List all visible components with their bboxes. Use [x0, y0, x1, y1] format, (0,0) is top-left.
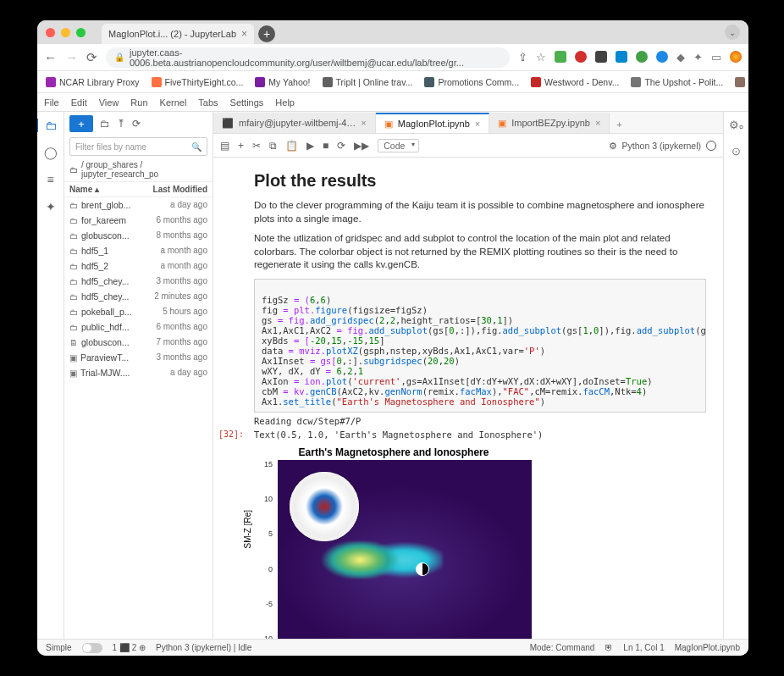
breadcrumb[interactable]: 🗀 / group_shares / jupyter_research_po	[64, 158, 213, 182]
markdown-text: Do to the clever programming of the Kaij…	[254, 199, 706, 225]
extensions-icon[interactable]: ✦	[46, 200, 56, 213]
status-kernel[interactable]: Python 3 (ipykernel) | Idle	[156, 643, 251, 652]
menu-settings[interactable]: Settings	[230, 97, 264, 108]
close-window-button[interactable]	[46, 28, 55, 37]
extension-icon[interactable]	[555, 51, 566, 63]
status-counts[interactable]: 1 ⬛ 2 ⊕	[113, 643, 146, 652]
kernel-name[interactable]: Python 3 (ipykernel)	[622, 141, 701, 151]
file-row[interactable]: 🗀hdf5_chey...3 months ago	[64, 274, 213, 289]
document-tabs: ⬛mfairy@jupyter-wiltbemj-4…× ▣MagIonPlot…	[213, 112, 723, 134]
extension-icon[interactable]	[616, 51, 627, 63]
extension-icon[interactable]	[636, 51, 648, 63]
tab-close-icon[interactable]: ×	[241, 28, 247, 40]
puzzle-icon[interactable]: ✦	[693, 51, 703, 64]
folder-icon[interactable]: 🗀	[37, 119, 63, 132]
debug-icon[interactable]: ⊙	[732, 145, 741, 158]
folder-icon: 🗀	[69, 323, 78, 332]
forward-button[interactable]: →	[65, 50, 78, 64]
extension-icon[interactable]	[575, 51, 587, 63]
menu-kernel[interactable]: Kernel	[160, 97, 187, 108]
save-icon[interactable]: ▤	[220, 140, 229, 152]
cell-output-text: [32]: Text(0.5, 1.0, 'Earth's Magnetosph…	[254, 429, 706, 440]
new-folder-icon[interactable]: 🗀	[100, 118, 110, 130]
kernel-status-icon[interactable]	[706, 141, 716, 151]
close-icon[interactable]: ×	[361, 118, 366, 128]
file-row[interactable]: 🗀brent_glob...a day ago	[64, 197, 213, 213]
celltype-select[interactable]: Code	[378, 139, 419, 152]
bookmark-item[interactable]: Imported From Fir...	[735, 77, 748, 87]
simple-toggle[interactable]	[82, 643, 102, 653]
stop-icon[interactable]: ■	[323, 140, 329, 152]
menu-help[interactable]: Help	[275, 97, 295, 108]
bookmark-item[interactable]: Promotions Comm...	[424, 77, 519, 87]
gear-icon[interactable]: ⚙ₒ	[729, 119, 743, 131]
bookmark-item[interactable]: TripIt | Online trav...	[323, 77, 413, 87]
run-all-icon[interactable]: ▶▶	[354, 140, 369, 152]
menu-view[interactable]: View	[99, 97, 119, 108]
running-icon[interactable]: ◯	[44, 146, 58, 159]
new-launcher-button[interactable]: +	[69, 115, 93, 132]
copy-icon[interactable]: ⧉	[269, 140, 277, 152]
extension-icon[interactable]	[595, 51, 607, 63]
file-row[interactable]: 🗀pokeball_p...5 hours ago	[64, 304, 213, 319]
bookmark-icon[interactable]: ☆	[536, 51, 546, 64]
paste-icon[interactable]: 📋	[285, 140, 298, 152]
nb-icon: ▣	[69, 368, 77, 378]
file-row[interactable]: 🗀hdf5_chey...2 minutes ago	[64, 289, 213, 304]
file-row[interactable]: ▣Trial-MJW....a day ago	[64, 365, 213, 380]
add-tab-button[interactable]: +	[610, 116, 628, 133]
menu-tabs[interactable]: Tabs	[198, 97, 218, 108]
file-row[interactable]: 🗀hdf5_2a month ago	[64, 258, 213, 274]
file-row[interactable]: 🗀public_hdf...6 months ago	[64, 319, 213, 335]
tabs-icon[interactable]: ▭	[711, 51, 721, 64]
code-cell[interactable]: [32]:figSz = (6,6) fig = plt.figure(figs…	[254, 279, 706, 413]
toc-icon[interactable]: ≡	[47, 173, 53, 186]
tab-importbezpy[interactable]: ▣ImportBEZpy.ipynb×	[489, 113, 610, 133]
restart-icon[interactable]: ⟳	[337, 140, 345, 152]
menu-run[interactable]: Run	[130, 97, 147, 108]
chevron-down-icon[interactable]: ⌄	[725, 25, 740, 40]
back-button[interactable]: ←	[44, 50, 57, 64]
tab-terminal[interactable]: ⬛mfairy@jupyter-wiltbemj-4…×	[213, 113, 376, 133]
run-icon[interactable]: ▶	[306, 140, 314, 152]
browser-tab[interactable]: MagIonPlot.i... (2) - JupyterLab ×	[102, 24, 254, 44]
menu-file[interactable]: File	[44, 97, 59, 108]
folder-icon: 🗀	[69, 277, 78, 286]
cut-icon[interactable]: ✂	[252, 140, 261, 152]
file-row[interactable]: 🗀hdf5_1a month ago	[64, 243, 213, 258]
markdown-text: Note the utlization of gridspec and add …	[254, 232, 706, 272]
add-cell-icon[interactable]: +	[238, 140, 244, 152]
extension-icon[interactable]	[656, 51, 668, 63]
bookmark-item[interactable]: The Upshot - Polit...	[631, 77, 723, 87]
bookmark-item[interactable]: NCAR Library Proxy	[46, 77, 140, 87]
file-row[interactable]: 🗀globuscon...8 months ago	[64, 228, 213, 243]
file-row[interactable]: ▣ParaviewT...3 months ago	[64, 350, 213, 365]
notification-icon[interactable]: ⛨	[605, 643, 613, 652]
col-modified[interactable]: Last Modified	[153, 185, 207, 194]
profile-avatar[interactable]	[730, 51, 742, 63]
url-bar[interactable]: 🔒 jupyter.caas-0006.beta.austrianopenclo…	[106, 47, 510, 68]
notebook-trusted-icon[interactable]: ⚙	[609, 141, 617, 151]
maximize-window-button[interactable]	[76, 28, 86, 37]
file-row[interactable]: 🗀for_kareem6 months ago	[64, 213, 213, 228]
minimize-window-button[interactable]	[61, 28, 70, 37]
bookmark-item[interactable]: My Yahoo!	[255, 77, 310, 87]
extensions-icon[interactable]: ◆	[676, 51, 685, 64]
share-icon[interactable]: ⇪	[518, 51, 527, 64]
bookmark-item[interactable]: Westword - Denv...	[531, 77, 619, 87]
close-icon[interactable]: ×	[475, 119, 480, 129]
bookmark-item[interactable]: FiveThirtyEight.co...	[152, 77, 244, 87]
filter-files-input[interactable]: Filter files by name 🔍	[69, 137, 207, 156]
notebook-content[interactable]: Plot the results Do to the clever progra…	[213, 158, 723, 639]
close-icon[interactable]: ×	[595, 118, 600, 128]
notebook-toolbar: ▤ + ✂ ⧉ 📋 ▶ ■ ⟳ ▶▶ Code ⚙ Python 3 (ipyk…	[213, 134, 723, 158]
tab-magionplot[interactable]: ▣MagIonPlot.ipynb×	[376, 113, 489, 133]
new-tab-button[interactable]: +	[258, 25, 275, 42]
refresh-icon[interactable]: ⟳	[132, 118, 141, 130]
reload-button[interactable]: ⟳	[86, 50, 97, 65]
upload-icon[interactable]: ⤒	[117, 118, 125, 130]
col-name[interactable]: Name ▴	[69, 185, 99, 194]
menu-edit[interactable]: Edit	[71, 97, 87, 108]
file-row[interactable]: 🗎globuscon...7 months ago	[64, 335, 213, 350]
earth-icon	[416, 562, 429, 576]
